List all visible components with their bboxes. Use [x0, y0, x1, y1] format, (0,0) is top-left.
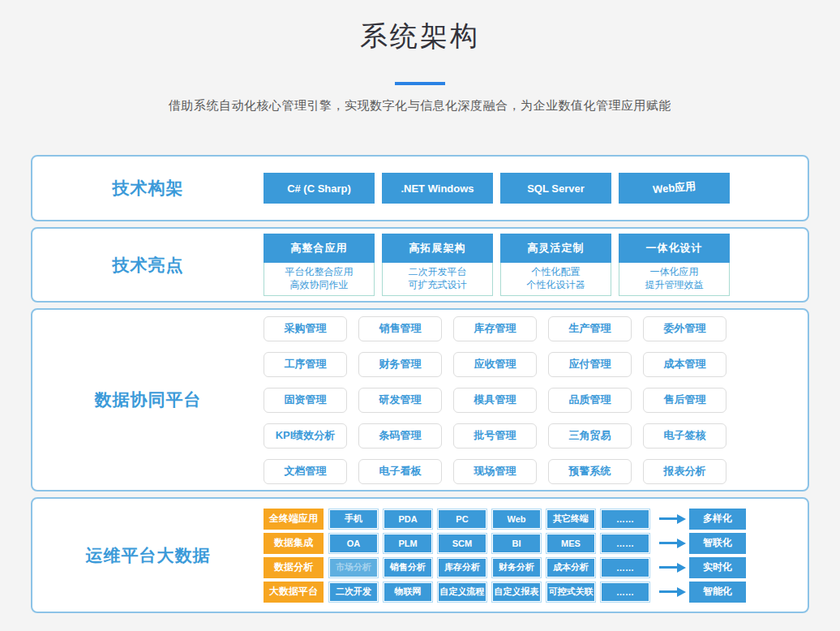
tech-stack-label-zone: 技术构架 [32, 177, 264, 200]
module-chip-19[interactable]: 电子签核 [643, 423, 726, 449]
highlight-card-line1: 个性化配置 [501, 265, 611, 278]
arrow-head [677, 587, 686, 597]
bigdata-row-2: 数据分析市场分析销售分析库存分析财务分析成本分析……实时化 [264, 557, 746, 578]
bigdata-item-1-2[interactable]: SCM [438, 534, 486, 553]
architecture-sections: 技术构架 C# (C Sharp).NET WindowsSQL ServerW… [31, 155, 809, 613]
bigdata-item-0-3[interactable]: Web [492, 509, 541, 529]
bigdata-item-0-4[interactable]: 其它终端 [546, 509, 595, 529]
bigdata-result-1[interactable]: 智联化 [689, 533, 746, 554]
module-grid: 采购管理销售管理库存管理生产管理委外管理工序管理财务管理应收管理应付管理成本管理… [264, 316, 726, 484]
bigdata-item-0-2[interactable]: PC [438, 509, 486, 529]
bigdata-result-3[interactable]: 智能化 [689, 582, 746, 603]
bigdata-result-0[interactable]: 多样化 [689, 509, 746, 530]
module-chip-10[interactable]: 固资管理 [264, 388, 347, 413]
bigdata-item-3-2[interactable]: 自定义流程 [438, 582, 486, 602]
highlight-card-title: 高整合应用 [264, 234, 375, 263]
tech-stack-button-3[interactable]: Web应用 [619, 173, 730, 204]
bigdata-item-1-3[interactable]: BI [492, 534, 541, 553]
bigdata-item-2-4[interactable]: 成本分析 [546, 558, 595, 577]
page-header: 系统架构 借助系统自动化核心管理引擎，实现数字化与信息化深度融合，为企业数值化管… [0, 0, 840, 114]
tech-stack-button-0[interactable]: C# (C Sharp) [264, 173, 375, 204]
highlight-card-line1: 二次开发平台 [383, 265, 492, 278]
module-chip-9[interactable]: 成本管理 [643, 352, 726, 377]
module-chip-24[interactable]: 报表分析 [643, 459, 726, 484]
module-chip-18[interactable]: 三角贸易 [548, 423, 632, 449]
module-chip-21[interactable]: 电子看板 [358, 459, 442, 484]
section-label-data-platform: 数据协同平台 [95, 390, 202, 409]
highlight-card-1: 高拓展架构二次开发平台可扩充式设计 [382, 234, 493, 296]
module-chip-17[interactable]: 批号管理 [453, 423, 537, 449]
bigdata-item-3-3[interactable]: 自定义报表 [492, 582, 541, 602]
module-chip-23[interactable]: 预警系统 [548, 459, 632, 484]
arrow-right-icon [659, 514, 686, 524]
tech-stack-button-1[interactable]: .NET Windows [382, 173, 493, 204]
arrow-right-icon [659, 563, 686, 573]
arrow-head [677, 563, 686, 573]
module-chip-3[interactable]: 生产管理 [548, 316, 632, 341]
bigdata-item-0-0[interactable]: 手机 [329, 509, 378, 529]
highlight-card-line2: 个性化设计器 [501, 278, 611, 291]
bigdata-row-1: 数据集成OAPLMSCMBIMES……智联化 [264, 533, 746, 554]
module-chip-4[interactable]: 委外管理 [643, 316, 726, 341]
bigdata-item-3-0[interactable]: 二次开发 [329, 582, 378, 602]
module-chip-15[interactable]: KPI绩效分析 [264, 423, 347, 449]
arrow-shaft [659, 566, 677, 569]
module-chip-8[interactable]: 应付管理 [548, 352, 632, 377]
highlight-card-body: 平台化整合应用高效协同作业 [264, 263, 375, 296]
arrow-head [677, 539, 686, 548]
bigdata-rows: 全终端应用手机PDAPCWeb其它终端……多样化数据集成OAPLMSCMBIME… [264, 509, 746, 603]
module-chip-5[interactable]: 工序管理 [264, 352, 347, 377]
bigdata-item-0-1[interactable]: PDA [384, 509, 432, 529]
section-data-platform: 数据协同平台 采购管理销售管理库存管理生产管理委外管理工序管理财务管理应收管理应… [31, 308, 809, 491]
page-title: 系统架构 [0, 18, 840, 55]
highlight-card-body: 个性化配置个性化设计器 [500, 263, 611, 296]
highlight-card-3: 一体化设计一体化应用提升管理效益 [619, 234, 730, 296]
tech-stack-button-2[interactable]: SQL Server [500, 173, 611, 204]
bigdata-item-2-0[interactable]: 市场分析 [329, 558, 378, 577]
bigdata-item-1-4[interactable]: MES [546, 534, 595, 553]
bigdata-item-1-0[interactable]: OA [329, 534, 378, 553]
section-bigdata: 运维平台大数据 全终端应用手机PDAPCWeb其它终端……多样化数据集成OAPL… [31, 497, 809, 613]
arrow-head [677, 514, 686, 524]
arrow-shaft [659, 590, 677, 593]
module-chip-7[interactable]: 应收管理 [453, 352, 537, 377]
bigdata-item-1-1[interactable]: PLM [384, 534, 432, 553]
highlight-card-title: 一体化设计 [619, 234, 730, 263]
highlight-card-body: 一体化应用提升管理效益 [619, 263, 730, 296]
module-chip-0[interactable]: 采购管理 [264, 316, 347, 341]
module-chip-12[interactable]: 模具管理 [453, 388, 537, 413]
bigdata-item-3-4[interactable]: 可控式关联 [546, 582, 595, 602]
module-chip-2[interactable]: 库存管理 [453, 316, 537, 341]
bigdata-category-3: 大数据平台 [264, 582, 324, 603]
module-chip-14[interactable]: 售后管理 [643, 388, 726, 413]
section-label-bigdata: 运维平台大数据 [86, 546, 211, 564]
module-chip-1[interactable]: 销售管理 [358, 316, 442, 341]
bigdata-item-1-5[interactable]: …… [601, 534, 649, 553]
module-chip-16[interactable]: 条码管理 [358, 423, 442, 449]
bigdata-item-3-5[interactable]: …… [601, 582, 649, 602]
module-chip-6[interactable]: 财务管理 [358, 352, 442, 377]
arrow-shaft [659, 517, 677, 520]
highlight-card-title: 高灵活定制 [500, 234, 611, 263]
module-chip-13[interactable]: 品质管理 [548, 388, 632, 413]
bigdata-item-0-5[interactable]: …… [601, 509, 649, 529]
title-underline [395, 82, 445, 85]
module-chip-11[interactable]: 研发管理 [358, 388, 442, 413]
module-chip-20[interactable]: 文档管理 [264, 459, 347, 484]
bigdata-item-2-2[interactable]: 库存分析 [438, 558, 486, 577]
module-chip-22[interactable]: 现场管理 [453, 459, 537, 484]
arrow-right-icon [659, 539, 686, 548]
section-highlights: 技术亮点 高整合应用平台化整合应用高效协同作业高拓展架构二次开发平台可扩充式设计… [31, 227, 809, 303]
section-label-tech-stack: 技术构架 [113, 178, 184, 197]
tech-stack-buttons: C# (C Sharp).NET WindowsSQL ServerWeb应用 [264, 173, 730, 204]
highlight-card-line1: 平台化整合应用 [264, 265, 374, 278]
bigdata-result-2[interactable]: 实时化 [689, 557, 746, 578]
section-tech-stack: 技术构架 C# (C Sharp).NET WindowsSQL ServerW… [31, 155, 809, 221]
bigdata-label-zone: 运维平台大数据 [32, 544, 264, 567]
bigdata-row-3: 大数据平台二次开发物联网自定义流程自定义报表可控式关联……智能化 [264, 582, 746, 603]
bigdata-item-2-5[interactable]: …… [601, 558, 649, 577]
highlight-card-line2: 可扩充式设计 [383, 278, 492, 291]
bigdata-item-2-1[interactable]: 销售分析 [384, 558, 432, 577]
bigdata-item-2-3[interactable]: 财务分析 [492, 558, 541, 577]
bigdata-item-3-1[interactable]: 物联网 [384, 582, 432, 602]
